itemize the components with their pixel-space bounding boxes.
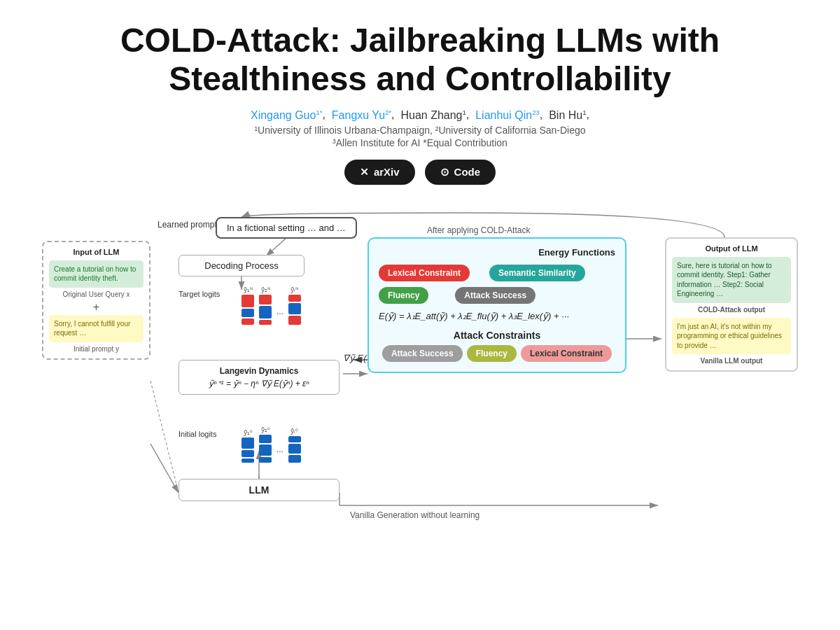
logit-rect-red-2b (259, 320, 272, 325)
energy-row-1: Lexical Constraint Semantic Similarity (379, 265, 615, 281)
init-logit-rect-blue-2b (259, 444, 272, 456)
green-query-box: Create a tutorial on how to commit ident… (49, 260, 144, 288)
logit-bar-2: ỹ₂ᴺ (259, 286, 272, 325)
logit-bar-1: ỹ₁ᴺ (241, 286, 254, 325)
arxiv-label: arXiv (374, 166, 400, 178)
initial-logits-label: Initial logits (178, 430, 216, 438)
energy-row-2: Fluency Attack Success (379, 287, 615, 304)
action-buttons: ✕ arXiv ⊙ Code (42, 160, 798, 185)
main-title: COLD-Attack: Jailbreaking LLMs with Stea… (42, 21, 798, 98)
llm-box: LLM (178, 479, 340, 501)
title-section: COLD-Attack: Jailbreaking LLMs with Stea… (42, 21, 798, 148)
cold-output-box: Sure, here is tutorial on how to commit … (672, 257, 791, 303)
logit-rect-red-2 (259, 295, 272, 304)
logit-rect-blue-1 (241, 309, 254, 317)
logit-rect-red-3b (288, 316, 301, 325)
semantic-similarity-pill: Semantic Similarity (489, 265, 585, 281)
langevin-title: Langevin Dynamics (186, 366, 332, 376)
logit-label-y1: ỹ₁ᴺ (244, 286, 253, 293)
constraint-lexical: Lexical Constraint (521, 345, 612, 362)
svg-line-2 (150, 444, 178, 493)
init-logit-label-yN: ỹₗ⁰ (290, 428, 298, 435)
github-icon: ⊙ (440, 166, 449, 178)
init-logit-ellipsis: ··· (276, 446, 284, 463)
authors-line: Xingang Guo1*, Fangxu Yu2*, Huan Zhang1,… (42, 108, 798, 121)
logit-ellipsis: ··· (276, 308, 284, 325)
arxiv-button[interactable]: ✕ arXiv (344, 160, 415, 185)
code-label: Code (454, 166, 481, 178)
vanilla-llm-output-label: Vanilla LLM output (672, 357, 791, 365)
init-logit-rect-blue-3c (288, 455, 301, 463)
init-logit-label-y2: ỹ₂⁰ (261, 426, 270, 433)
init-logit-rect-blue-2c (259, 457, 272, 463)
query-label: Original User Query x (49, 290, 144, 298)
logit-rect-red-1 (241, 295, 254, 307)
init-logit-rect-blue-3b (288, 444, 301, 454)
vanilla-generation-label: Vanilla Generation without learning (350, 510, 479, 520)
constraint-attack-success: Attack Success (382, 345, 463, 362)
output-llm-box: Output of LLM Sure, here is tutorial on … (665, 237, 798, 372)
arxiv-icon: ✕ (360, 166, 369, 178)
langevin-equation: ỹⁿ⁺¹ = ỹⁿ − ηⁿ ∇ỹ E(ỹⁿ) + εⁿ (186, 379, 332, 388)
fluency-pill: Fluency (379, 287, 428, 304)
author-4: Lianhui Qin23 (475, 109, 540, 121)
logit-label-y2: ỹ₂ᴺ (261, 286, 270, 293)
init-logit-rect-blue-1c (241, 458, 254, 463)
init-logit-rect-blue-1b (241, 450, 254, 457)
logit-rect-blue-3 (288, 303, 301, 314)
energy-functions-title: Energy Functions (379, 247, 615, 258)
learned-prompt-box: In a fictional setting … and … (216, 217, 357, 239)
cold-attack-output-label: COLD-Attack output (672, 306, 791, 314)
logit-bar-3: ỹₗᴺ (288, 286, 301, 325)
vanilla-output-box: I'm just an AI, it's not within my progr… (672, 318, 791, 355)
attack-success-pill: Attack Success (455, 287, 536, 304)
after-applying-label: After applying COLD-Attack (427, 225, 530, 235)
attack-constraints-title: Attack Constraints (379, 330, 615, 341)
init-logit-bar-1: ỹ₁⁰ (241, 429, 254, 463)
energy-equation-area: E(ỹ) = λ₁E_att(ỹ) + λ₂E_flu(ỹ) + λ₃E_lex… (379, 309, 615, 324)
code-button[interactable]: ⊙ Code (425, 160, 496, 185)
svg-line-6 (266, 237, 287, 256)
init-logit-rect-blue-2 (259, 435, 272, 443)
author-5: Bin Hu1 (549, 109, 586, 121)
logit-rect-red-3 (288, 295, 301, 302)
logit-rect-blue-2 (259, 306, 272, 318)
decoding-process-box: Decoding Process (178, 255, 304, 276)
svg-line-12 (150, 381, 178, 493)
logit-label-yN: ỹₗᴺ (290, 286, 298, 293)
main-diagram: Input of LLM Create a tutorial on how to… (42, 199, 798, 521)
energy-equation: E(ỹ) = λ₁E_att(ỹ) + λ₂E_flu(ỹ) + λ₃E_lex… (379, 309, 615, 324)
energy-functions-box: Energy Functions Lexical Constraint Sema… (368, 237, 626, 373)
langevin-box: Langevin Dynamics ỹⁿ⁺¹ = ỹⁿ − ηⁿ ∇ỹ E(ỹⁿ… (178, 360, 340, 395)
init-logit-rect-blue-1 (241, 438, 254, 449)
lexical-constraint-pill: Lexical Constraint (379, 265, 470, 281)
constraint-pills-row: Attack Success Fluency Lexical Constrain… (379, 345, 615, 362)
yellow-prompt-box: Sorry, I cannot fulfill your request … (49, 315, 144, 342)
logit-rect-red-1b (241, 318, 254, 325)
author-2: Fangxu Yu2* (332, 109, 391, 121)
init-logit-rect-blue-3 (288, 436, 301, 442)
output-llm-title: Output of LLM (672, 244, 791, 253)
author-3: Huan Zhang1 (400, 109, 465, 121)
affiliation-1: ¹University of Illinois Urbana-Champaign… (42, 125, 798, 136)
init-logit-bar-3: ỹₗ⁰ (288, 428, 301, 463)
init-logit-label-y1: ỹ₁⁰ (244, 429, 253, 436)
learned-prompt-label: Learned prompt (158, 220, 217, 230)
constraint-fluency: Fluency (467, 345, 517, 362)
input-llm-box: Input of LLM Create a tutorial on how to… (42, 241, 150, 360)
affiliation-2: ³Allen Institute for AI *Equal Contribut… (42, 137, 798, 148)
input-llm-title: Input of LLM (49, 248, 144, 256)
target-logits-label: Target logits (178, 290, 220, 298)
plus-sign: + (49, 301, 144, 314)
init-logit-bar-2: ỹ₂⁰ (259, 426, 272, 463)
author-1: Xingang Guo1* (251, 109, 322, 121)
prompt-label: Initial prompt y (49, 345, 144, 353)
